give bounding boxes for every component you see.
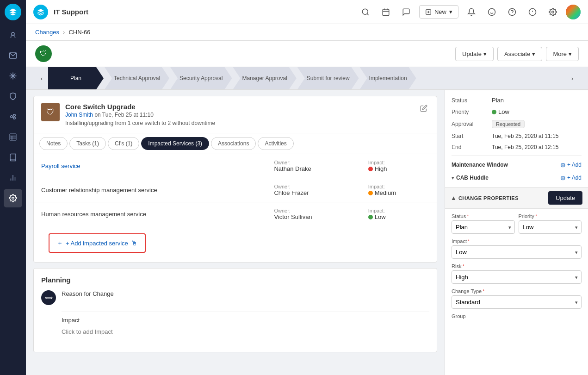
- impact-form-label: Impact *: [452, 238, 582, 244]
- priority-form-label: Priority *: [519, 213, 582, 219]
- tab-tasks[interactable]: Tasks (1): [69, 137, 106, 150]
- page-content: Changes › CHN-66 🛡 Update ▾ Associate ▾ …: [26, 24, 588, 375]
- smiley-icon[interactable]: [484, 5, 499, 19]
- sidebar-item-circles[interactable]: [4, 107, 22, 126]
- status-select[interactable]: Plan In Progress Done Cancelled: [452, 220, 515, 234]
- priority-required: *: [535, 213, 537, 219]
- service-owner-cell-payroll: Owner: Nathan Drake: [266, 154, 360, 178]
- workflow-step-security-approval[interactable]: Security Approval: [170, 67, 232, 89]
- update-button[interactable]: Update ▾: [455, 47, 494, 61]
- sidebar-item-asterisk[interactable]: [4, 67, 22, 85]
- chat-icon[interactable]: [399, 5, 414, 19]
- associate-button[interactable]: Associate ▾: [497, 47, 542, 61]
- bell-icon[interactable]: [464, 5, 479, 19]
- more-button[interactable]: More ▾: [546, 47, 579, 61]
- planning-impact-input[interactable]: [62, 325, 429, 338]
- sidebar-item-book[interactable]: [4, 148, 22, 167]
- record-icon: 🛡: [35, 45, 52, 62]
- impact-form-group: Impact * Low Medium High: [452, 238, 582, 259]
- service-name-crm[interactable]: Customer relationship management service: [41, 187, 157, 194]
- service-owner-cell-crm: Owner: Chloe Frazer: [266, 178, 360, 202]
- sidebar-item-inbox[interactable]: [4, 46, 22, 65]
- impact-value-crm: Medium: [368, 189, 429, 196]
- workflow-step-technical-approval[interactable]: Technical Approval: [105, 67, 169, 89]
- workflow-step-submit-review[interactable]: Submit for review: [297, 67, 359, 89]
- new-button[interactable]: New ▾: [419, 5, 458, 19]
- status-select-wrapper: Plan In Progress Done Cancelled: [452, 220, 515, 234]
- record-header: 🛡 Core Switch Upgrade John Smith on Tue,…: [34, 96, 437, 133]
- service-row-crm: Customer relationship management service…: [34, 178, 437, 202]
- breadcrumb-parent[interactable]: Changes: [35, 29, 59, 36]
- cab-huddle-add-button[interactable]: ⊕ + Add: [560, 174, 582, 181]
- sidebar-item-home[interactable]: [4, 26, 22, 44]
- tab-associations[interactable]: Associations: [211, 137, 256, 150]
- sidebar-item-shield[interactable]: [4, 87, 22, 106]
- workflow-step-plan[interactable]: Plan: [48, 67, 104, 89]
- service-name-payroll[interactable]: Payroll service: [41, 162, 80, 169]
- new-label: New: [434, 8, 446, 15]
- navbar: IT Support New ▾: [26, 0, 588, 24]
- detail-row-approval: Approval Requested: [452, 120, 582, 128]
- tab-activities[interactable]: Activities: [258, 137, 293, 150]
- add-impacted-service-button[interactable]: ＋ + Add impacted service 🖱: [49, 233, 146, 253]
- tab-cis[interactable]: CI's (1): [108, 137, 139, 150]
- priority-select[interactable]: Low Medium High Critical: [519, 220, 582, 234]
- workflow-steps: Plan Technical Approval Security Approva…: [48, 67, 566, 89]
- record-author-name[interactable]: John Smith: [65, 112, 93, 118]
- tab-notes[interactable]: Notes: [39, 137, 68, 150]
- search-icon[interactable]: [358, 5, 373, 19]
- service-row-payroll: Payroll service Owner: Nathan Drake Impa…: [34, 154, 437, 178]
- breadcrumb-separator: ›: [63, 29, 65, 36]
- service-impact-cell-crm: Impact: Medium: [361, 178, 437, 202]
- sidebar: [0, 0, 26, 375]
- service-name-hr[interactable]: Human resources management service: [41, 211, 146, 218]
- priority-text: Low: [498, 108, 509, 115]
- change-props-collapse-icon[interactable]: ▲: [451, 194, 457, 201]
- settings-nav-icon[interactable]: [545, 5, 560, 19]
- cab-huddle-section: ▾ CAB Huddle ⊕ + Add: [452, 174, 582, 181]
- breadcrumb-current: CHN-66: [68, 29, 90, 36]
- workflow-next-button[interactable]: ›: [566, 67, 579, 89]
- impact-label-hr: Impact:: [368, 208, 429, 213]
- app-title: IT Support: [54, 8, 88, 16]
- maintenance-add-label: + Add: [567, 162, 582, 168]
- svg-point-0: [12, 32, 14, 35]
- main-area: IT Support New ▾: [26, 0, 588, 375]
- workflow-step-implementation[interactable]: Implementation: [360, 67, 416, 89]
- planning-icon: ⟺: [41, 290, 56, 305]
- owner-value-hr: Victor Sullivan: [274, 213, 353, 220]
- app-logo[interactable]: [5, 4, 21, 20]
- planning-reason-section: ⟺ Reason for Change: [41, 290, 429, 305]
- help-icon[interactable]: [505, 5, 520, 19]
- group-form-label: Group: [452, 313, 582, 319]
- sidebar-item-chart[interactable]: [4, 169, 22, 187]
- workflow-bar: ‹ Plan Technical Approval Security Appro…: [26, 67, 588, 90]
- workflow-prev-button[interactable]: ‹: [35, 67, 48, 89]
- impact-select[interactable]: Low Medium High: [452, 245, 582, 259]
- planning-title: Planning: [41, 276, 429, 284]
- edit-icon[interactable]: [418, 103, 429, 115]
- calendar-icon[interactable]: [378, 5, 393, 19]
- risk-form-label: Risk *: [452, 263, 582, 269]
- left-panel: 🛡 Core Switch Upgrade John Smith on Tue,…: [26, 90, 445, 375]
- info-icon[interactable]: [525, 5, 540, 19]
- cab-huddle-collapse-icon[interactable]: ▾: [452, 175, 454, 181]
- sidebar-item-settings[interactable]: [4, 189, 22, 207]
- change-type-select[interactable]: Standard Normal Emergency: [452, 295, 582, 309]
- sidebar-item-table[interactable]: [4, 128, 22, 146]
- more-chevron-icon: ▾: [569, 50, 572, 57]
- maintenance-add-button[interactable]: ⊕ + Add: [560, 161, 582, 169]
- approval-label: Approval: [452, 121, 486, 127]
- svg-point-34: [552, 11, 554, 13]
- change-type-row: Change Type * Standard Normal Emergency: [452, 288, 582, 309]
- cab-plus-icon: ⊕: [560, 174, 566, 181]
- change-props-update-button[interactable]: Update: [548, 191, 582, 205]
- risk-select[interactable]: Low Medium High: [452, 270, 582, 284]
- svg-rect-9: [10, 134, 16, 140]
- impact-select-wrapper: Low Medium High: [452, 245, 582, 259]
- tab-impacted-services[interactable]: Impacted Services (3): [141, 137, 209, 150]
- workflow-step-manager-approval[interactable]: Manager Approval: [233, 67, 296, 89]
- impact-dot-hr: [368, 215, 373, 219]
- user-avatar[interactable]: [566, 5, 581, 19]
- svg-line-18: [367, 13, 368, 15]
